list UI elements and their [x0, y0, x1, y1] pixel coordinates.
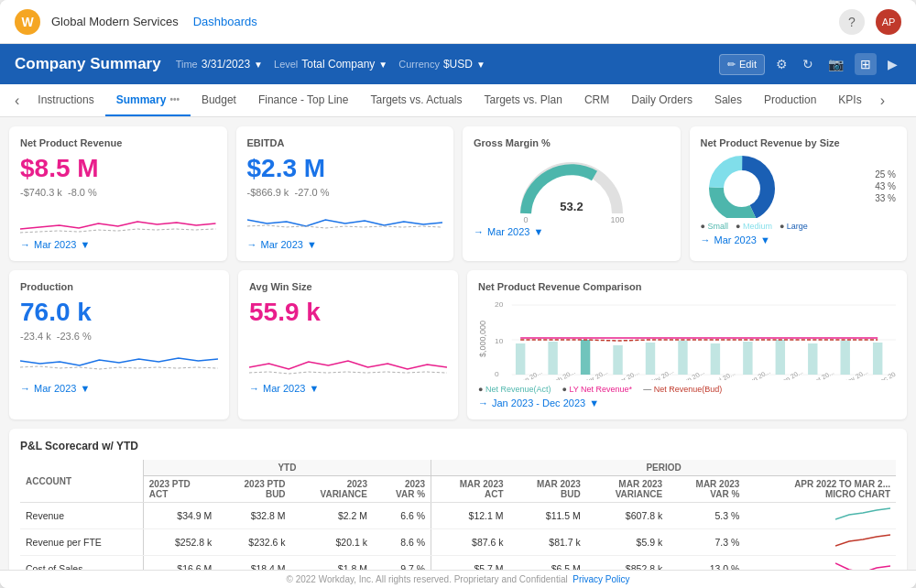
- net-product-revenue-card: Net Product Revenue $8.5 M -$740.3 k -8.…: [9, 126, 227, 261]
- mar-var-cell: $607.8 k: [586, 503, 668, 529]
- svg-rect-24: [873, 343, 882, 375]
- svg-rect-23: [841, 341, 850, 375]
- dashboards-link[interactable]: Dashboards: [193, 15, 257, 28]
- svg-point-6: [725, 172, 758, 205]
- aws-title: Avg Win Size: [249, 281, 447, 292]
- tab-crm[interactable]: CRM: [573, 84, 620, 116]
- footer: © 2022 Workday, Inc. All rights reserved…: [0, 570, 916, 588]
- tab-prev-button[interactable]: ‹: [7, 84, 27, 116]
- tab-production[interactable]: Production: [753, 84, 827, 116]
- svg-rect-18: [678, 341, 687, 375]
- svg-text:0: 0: [495, 370, 499, 378]
- tab-more-icon: •••: [169, 94, 180, 104]
- level-label: Level: [274, 59, 298, 70]
- page-title: Company Summary: [15, 55, 161, 73]
- nav-icons: ? AP: [839, 9, 901, 35]
- svg-rect-14: [548, 342, 557, 375]
- npr-title: Net Product Revenue: [20, 137, 216, 148]
- npr-footer[interactable]: → Mar 2023 ▼: [20, 239, 216, 250]
- pl-scorecard: P&L Scorecard w/ YTD ACCOUNT YTD PERIOD …: [9, 429, 907, 570]
- time-filter[interactable]: Time 3/31/2023 ▼: [176, 58, 263, 71]
- col-ytd-group: YTD: [143, 460, 431, 476]
- tab-finance-top-line[interactable]: Finance - Top Line: [247, 84, 360, 116]
- aws-delta: [249, 331, 447, 342]
- svg-rect-15: [581, 340, 590, 375]
- main-content: Net Product Revenue $8.5 M -$740.3 k -8.…: [0, 117, 916, 570]
- mar-act-cell: $87.6 k: [431, 529, 509, 556]
- mar-var-cell: -$852.8 k: [586, 556, 668, 571]
- svg-rect-17: [646, 343, 655, 375]
- ytd-bud-cell: $232.6 k: [217, 529, 290, 556]
- time-label: Time: [176, 59, 198, 70]
- user-avatar[interactable]: AP: [876, 9, 901, 35]
- svg-rect-13: [516, 343, 525, 375]
- refresh-icon[interactable]: ↻: [799, 53, 817, 75]
- ytd-act-cell: $252.8 k: [143, 529, 217, 556]
- tab-instructions[interactable]: Instructions: [27, 84, 104, 116]
- nprbs-footer[interactable]: → Mar 2023 ▼: [701, 234, 897, 245]
- svg-rect-19: [711, 343, 720, 375]
- npr-comparison-card: Net Product Revenue Comparison $,000,000…: [467, 270, 907, 419]
- ytd-act-cell: $16.6 M: [143, 556, 217, 571]
- account-cell: Revenue: [20, 503, 143, 529]
- header-actions: ✏ Edit ⚙ ↻ 📷 ⊞ ▶: [719, 53, 901, 75]
- arrow-right-icon: →: [249, 383, 259, 394]
- mar-pct-cell: 5.3 %: [668, 503, 745, 529]
- svg-text:20: 20: [495, 300, 504, 309]
- arrow-right-icon: →: [701, 234, 711, 245]
- svg-text:53.2: 53.2: [560, 200, 583, 213]
- npr-by-size-card: Net Product Revenue by Size 25 %: [690, 126, 908, 261]
- pencil-icon: ✏: [727, 59, 736, 71]
- level-filter[interactable]: Level Total Company ▼: [274, 58, 387, 71]
- col-account: ACCOUNT: [20, 460, 143, 503]
- avg-win-size-card: Avg Win Size 55.9 k → Mar 2023 ▼: [238, 270, 458, 419]
- gauge-chart: 53.2 0 100: [512, 154, 631, 223]
- arrow-right-icon: →: [478, 397, 488, 408]
- level-value: Total Company: [301, 58, 375, 71]
- npr-delta: -$740.3 k -8.0 %: [20, 187, 216, 198]
- gm-footer[interactable]: → Mar 2023 ▼: [474, 226, 670, 237]
- col-mar-var: MAR 2023VARIANCE: [586, 476, 668, 503]
- tab-next-button[interactable]: ›: [873, 84, 892, 116]
- mar-var-cell: $5.9 k: [586, 529, 668, 556]
- ebitda-footer[interactable]: → Mar 2023 ▼: [247, 239, 443, 250]
- prod-footer[interactable]: → Mar 2023 ▼: [20, 383, 218, 394]
- micro-chart-cell: [745, 503, 896, 529]
- nprc-title: Net Product Revenue Comparison: [478, 281, 896, 292]
- arrow-right-icon: →: [20, 239, 30, 250]
- tab-daily-orders[interactable]: Daily Orders: [620, 84, 703, 116]
- account-cell: Revenue per FTE: [20, 529, 143, 556]
- camera-icon[interactable]: 📷: [824, 53, 847, 75]
- ytd-act-cell: $34.9 M: [143, 503, 217, 529]
- video-icon[interactable]: ▶: [884, 53, 901, 75]
- tab-targets-plan[interactable]: Targets vs. Plan: [474, 84, 573, 116]
- app-name: Global Modern Services: [51, 15, 179, 28]
- tab-bar: ‹ Instructions Summary ••• Budget Financ…: [0, 84, 916, 117]
- metrics-row-2: Production 76.0 k -23.4 k -23.6 % → Mar …: [9, 270, 907, 419]
- arrow-right-icon: →: [20, 383, 30, 394]
- table-row: Cost of Sales $16.6 M $18.4 M -$1.8 M -9…: [20, 556, 896, 571]
- grid-icon[interactable]: ⊞: [855, 53, 877, 75]
- ebitda-sparkline: [247, 203, 443, 235]
- filter-icon[interactable]: ⚙: [772, 53, 791, 75]
- privacy-link[interactable]: Privacy Policy: [572, 574, 629, 584]
- col-period-group: PERIOD: [431, 460, 896, 476]
- tab-summary[interactable]: Summary •••: [105, 84, 191, 116]
- mar-bud-cell: $6.5 M: [509, 556, 586, 571]
- aws-footer[interactable]: → Mar 2023 ▼: [249, 383, 447, 394]
- production-card: Production 76.0 k -23.4 k -23.6 % → Mar …: [9, 270, 229, 419]
- prod-title: Production: [20, 281, 218, 292]
- help-icon[interactable]: ?: [839, 9, 865, 35]
- tab-kpis[interactable]: KPIs: [827, 84, 872, 116]
- edit-button[interactable]: ✏ Edit: [719, 54, 765, 75]
- currency-filter[interactable]: Currency $USD ▼: [398, 58, 485, 71]
- micro-chart-cell: [745, 529, 896, 556]
- tab-targets-actuals[interactable]: Targets vs. Actuals: [359, 84, 473, 116]
- tab-sales[interactable]: Sales: [703, 84, 753, 116]
- tab-budget[interactable]: Budget: [191, 84, 247, 116]
- nprc-footer[interactable]: → Jan 2023 - Dec 2023 ▼: [478, 397, 896, 408]
- currency-label: Currency: [398, 59, 440, 70]
- svg-text:100: 100: [610, 215, 624, 223]
- ebitda-card: EBITDA $2.3 M -$866.9 k -27.0 % → Mar 20…: [236, 126, 454, 261]
- col-mar-bud: MAR 2023BUD: [509, 476, 586, 503]
